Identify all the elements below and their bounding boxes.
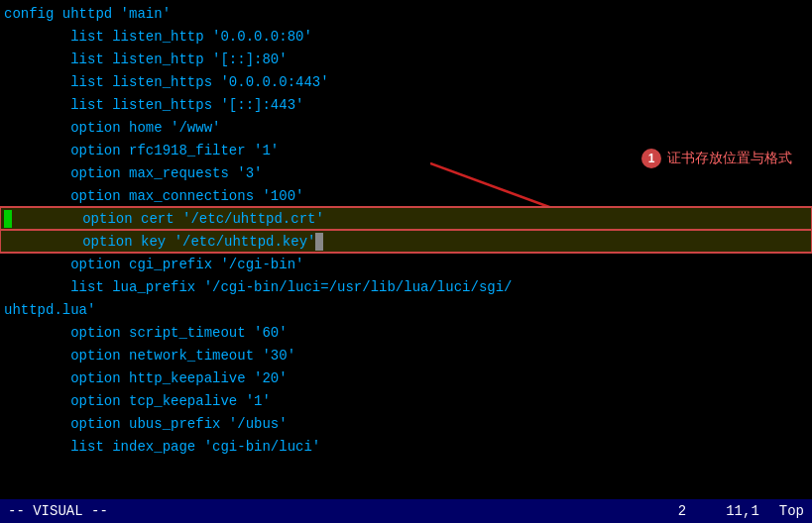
line-text-2: list listen_http '0.0.0.0:80' [4, 29, 312, 45]
code-area: config uhttpd 'main' list listen_http '0… [0, 0, 812, 499]
text-cursor [315, 233, 323, 251]
code-line-11: option key '/etc/uhttpd.key' [0, 230, 812, 253]
green-cursor-indicator [4, 210, 12, 228]
code-line-18: option tcp_keepalive '1' [0, 389, 812, 412]
code-line-15: option script_timeout '60' [0, 321, 812, 344]
code-line-17: option http_keepalive '20' [0, 366, 812, 389]
line-text-11: option key '/etc/uhttpd.key' [16, 234, 315, 250]
code-line-6: option home '/www' [0, 116, 812, 139]
code-line-8: option max_requests '3' [0, 161, 812, 184]
line-text-1: config uhttpd 'main' [4, 6, 171, 22]
line-text-20: list index_page 'cgi-bin/luci' [4, 439, 320, 455]
line-text-10: option cert '/etc/uhttpd.crt' [16, 211, 324, 227]
code-line-14: uhttpd.lua' [0, 298, 812, 321]
code-line-19: option ubus_prefix '/ubus' [0, 412, 812, 435]
code-line-7: option rfc1918_filter '1' [0, 139, 812, 161]
line-text-5: list listen_https '[::]:443' [4, 97, 303, 113]
line-text-6: option home '/www' [4, 120, 220, 136]
code-line-10: option cert '/etc/uhttpd.crt' [0, 207, 812, 230]
line-text-16: option network_timeout '30' [4, 348, 295, 364]
status-position: 11,1 [726, 503, 759, 519]
line-text-18: option tcp_keepalive '1' [4, 393, 271, 409]
code-line-3: list listen_http '[::]:80' [0, 48, 812, 70]
code-line-5: list listen_https '[::]:443' [0, 93, 812, 116]
code-line-20: list index_page 'cgi-bin/luci' [0, 435, 812, 458]
code-line-13: list lua_prefix '/cgi-bin/luci=/usr/lib/… [0, 275, 812, 298]
code-line-16: option network_timeout '30' [0, 344, 812, 366]
line-text-9: option max_connections '100' [4, 188, 303, 204]
status-mode: -- VISUAL -- [8, 503, 108, 519]
line-text-8: option max_requests '3' [4, 165, 262, 181]
status-number: 2 [678, 503, 686, 519]
line-text-19: option ubus_prefix '/ubus' [4, 416, 288, 432]
line-text-7: option rfc1918_filter '1' [4, 143, 279, 158]
code-line-1: config uhttpd 'main' [0, 2, 812, 25]
code-line-9: option max_connections '100' [0, 184, 812, 207]
line-text-4: list listen_https '0.0.0.0:443' [4, 74, 329, 90]
code-line-2: list listen_http '0.0.0.0:80' [0, 25, 812, 48]
code-line-4: list listen_https '0.0.0.0:443' [0, 70, 812, 93]
line-text-17: option http_keepalive '20' [4, 370, 288, 386]
status-top: Top [779, 503, 804, 519]
line-text-14: uhttpd.lua' [4, 302, 95, 318]
status-bar: -- VISUAL -- 2 11,1 Top [0, 499, 812, 523]
line-text-15: option script_timeout '60' [4, 325, 288, 341]
line-text-13: list lua_prefix '/cgi-bin/luci=/usr/lib/… [4, 279, 512, 295]
line-text-3: list listen_http '[::]:80' [4, 52, 288, 67]
code-line-12: option cgi_prefix '/cgi-bin' [0, 253, 812, 275]
line-text-12: option cgi_prefix '/cgi-bin' [4, 257, 303, 272]
editor-container: config uhttpd 'main' list listen_http '0… [0, 0, 812, 523]
